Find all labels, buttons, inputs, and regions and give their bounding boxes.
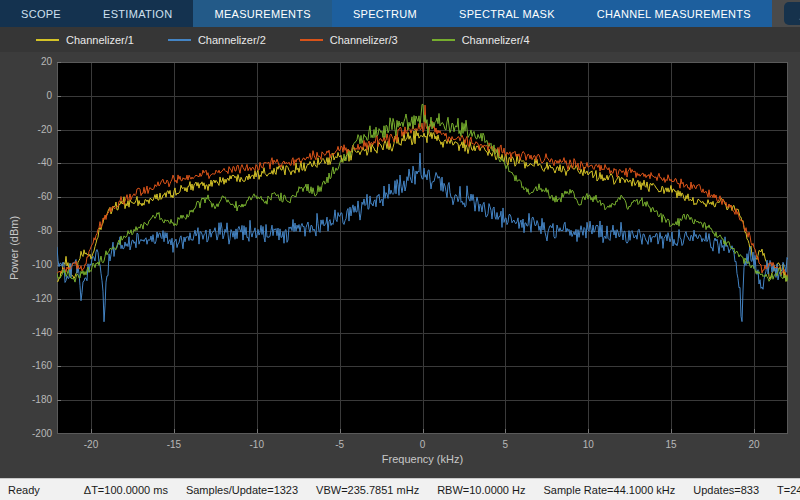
- legend-swatch: [36, 39, 59, 41]
- plot-region: Power (dBm) 200-20-40-60-80-100-120-140-…: [0, 52, 800, 478]
- tab-measurements[interactable]: MEASUREMENTS: [193, 0, 332, 27]
- y-tick-label: -200: [0, 428, 52, 440]
- y-tick-label: -40: [0, 157, 52, 169]
- tab-group: SCOPEESTIMATIONMEASUREMENTSSPECTRUMSPECT…: [0, 0, 772, 27]
- y-tick-label: -80: [0, 225, 52, 237]
- tab-spectrum[interactable]: SPECTRUM: [332, 0, 438, 27]
- x-tick-label: 10: [568, 439, 608, 451]
- status-item: Ready: [8, 484, 40, 496]
- status-bar: ReadyΔT=100.0000 msSamples/Update=1323VB…: [0, 478, 800, 500]
- legend-item[interactable]: Channelizer/1: [36, 34, 134, 46]
- y-tick-label: -140: [0, 327, 52, 339]
- x-tick-label: 15: [651, 439, 691, 451]
- legend-item[interactable]: Channelizer/2: [168, 34, 266, 46]
- y-tick-label: -120: [0, 293, 52, 305]
- x-tick-label: -10: [237, 439, 277, 451]
- x-tick-label: 20: [734, 439, 774, 451]
- status-item: Samples/Update=1323: [186, 484, 298, 496]
- tab-estimation[interactable]: ESTIMATION: [82, 0, 193, 27]
- y-tick-label: -160: [0, 360, 52, 372]
- y-tick-label: 0: [0, 90, 52, 102]
- legend-label: Channelizer/2: [198, 34, 266, 46]
- tab-channel-measurements[interactable]: CHANNEL MEASUREMENTS: [576, 0, 772, 27]
- spectrum-canvas[interactable]: [57, 62, 788, 434]
- x-tick-label: -15: [154, 439, 194, 451]
- tab-spectral-mask[interactable]: SPECTRAL MASK: [438, 0, 576, 27]
- y-tick-label: -100: [0, 259, 52, 271]
- legend-label: Channelizer/4: [462, 34, 530, 46]
- status-item: Sample Rate=44.1000 kHz: [544, 484, 676, 496]
- status-item: RBW=10.0000 Hz: [437, 484, 525, 496]
- x-tick-label: 0: [403, 439, 443, 451]
- x-tick-label: -5: [320, 439, 360, 451]
- y-tick-label: -180: [0, 394, 52, 406]
- legend-label: Channelizer/3: [330, 34, 398, 46]
- status-item: ΔT=100.0000 ms: [84, 484, 168, 496]
- legend-item[interactable]: Channelizer/4: [432, 34, 530, 46]
- status-item: VBW=235.7851 mHz: [316, 484, 419, 496]
- status-item: T=24.984: [777, 484, 800, 496]
- status-item: Updates=833: [693, 484, 759, 496]
- y-tick-label: -20: [0, 124, 52, 136]
- legend-bar: Channelizer/1Channelizer/2Channelizer/3C…: [0, 27, 800, 52]
- legend-swatch: [432, 39, 455, 41]
- toolstrip-tabbar: SCOPEESTIMATIONMEASUREMENTSSPECTRUMSPECT…: [0, 0, 800, 27]
- toolbar-icon-pill: …: [784, 2, 800, 25]
- x-tick-label: -20: [71, 439, 111, 451]
- legend-label: Channelizer/1: [66, 34, 134, 46]
- x-tick-label: 5: [485, 439, 525, 451]
- legend-swatch: [168, 39, 191, 41]
- legend-item[interactable]: Channelizer/3: [300, 34, 398, 46]
- y-tick-label: -60: [0, 191, 52, 203]
- legend-swatch: [300, 39, 323, 41]
- y-tick-label: 20: [0, 56, 52, 68]
- tab-scope[interactable]: SCOPE: [0, 0, 82, 27]
- plot-axes[interactable]: [57, 62, 788, 434]
- toolbar-icon-zone: …: [772, 0, 800, 27]
- x-axis-label: Frequency (kHz): [57, 453, 788, 465]
